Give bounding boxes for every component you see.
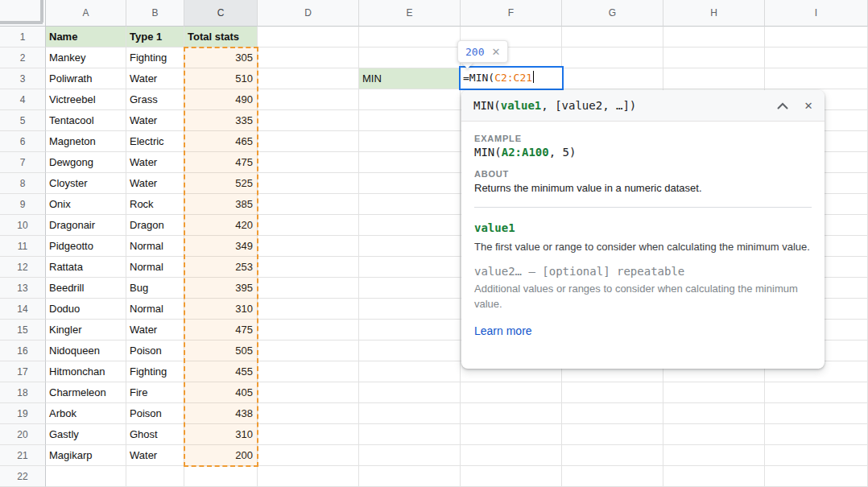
cell-A2[interactable]: Mankey xyxy=(46,47,126,68)
row-header-7[interactable]: 7 xyxy=(0,152,46,173)
cell-F18[interactable] xyxy=(461,382,562,403)
cell-A22[interactable] xyxy=(46,466,126,487)
row-header-4[interactable]: 4 xyxy=(0,89,46,110)
cell-E9[interactable] xyxy=(359,194,461,215)
column-header-B[interactable]: B xyxy=(126,0,184,27)
chevron-up-icon[interactable] xyxy=(777,102,788,109)
cell-B7[interactable]: Water xyxy=(126,152,184,173)
cell-I22[interactable] xyxy=(765,466,868,487)
row-header-12[interactable]: 12 xyxy=(0,257,46,278)
row-header-11[interactable]: 11 xyxy=(0,236,46,257)
cell-C11[interactable]: 349 xyxy=(184,236,258,257)
cell-A12[interactable]: Rattata xyxy=(46,257,126,278)
cell-H22[interactable] xyxy=(663,466,765,487)
cell-A14[interactable]: Doduo xyxy=(46,299,126,320)
cell-B16[interactable]: Poison xyxy=(126,340,184,361)
cell-E20[interactable] xyxy=(359,424,461,445)
cell-E11[interactable] xyxy=(359,236,461,257)
row-header-14[interactable]: 14 xyxy=(0,299,46,320)
column-header-C[interactable]: C xyxy=(184,0,258,27)
cell-E21[interactable] xyxy=(359,445,461,466)
cell-F19[interactable] xyxy=(461,403,562,424)
cell-D9[interactable] xyxy=(258,194,359,215)
cell-G3[interactable] xyxy=(562,68,663,89)
cell-C22[interactable] xyxy=(184,466,258,487)
cell-B6[interactable]: Electric xyxy=(126,131,184,152)
column-header-F[interactable]: F xyxy=(461,0,562,27)
cell-B18[interactable]: Fire xyxy=(126,382,184,403)
column-header-I[interactable]: I xyxy=(765,0,868,27)
column-header-E[interactable]: E xyxy=(359,0,461,27)
cell-E17[interactable] xyxy=(359,361,461,382)
cell-C18[interactable]: 405 xyxy=(184,382,258,403)
cell-C13[interactable]: 395 xyxy=(184,278,258,299)
cell-E19[interactable] xyxy=(359,403,461,424)
cell-A6[interactable]: Magneton xyxy=(46,131,126,152)
row-header-22[interactable]: 22 xyxy=(0,466,46,487)
cell-A10[interactable]: Dragonair xyxy=(46,215,126,236)
cell-D13[interactable] xyxy=(258,278,359,299)
cell-D21[interactable] xyxy=(258,445,359,466)
cell-G21[interactable] xyxy=(562,445,663,466)
cell-C15[interactable]: 475 xyxy=(184,320,258,340)
cell-D4[interactable] xyxy=(258,89,359,110)
cell-D8[interactable] xyxy=(258,173,359,194)
cell-C3[interactable]: 510 xyxy=(184,68,258,89)
cell-E15[interactable] xyxy=(359,320,461,340)
cell-F22[interactable] xyxy=(461,466,562,487)
cell-F21[interactable] xyxy=(461,445,562,466)
cell-E13[interactable] xyxy=(359,278,461,299)
cell-E16[interactable] xyxy=(359,340,461,361)
row-header-5[interactable]: 5 xyxy=(0,110,46,131)
cell-D6[interactable] xyxy=(258,131,359,152)
cell-D19[interactable] xyxy=(258,403,359,424)
cell-C12[interactable]: 253 xyxy=(184,257,258,278)
cell-G20[interactable] xyxy=(562,424,663,445)
cell-C21[interactable]: 200 xyxy=(184,445,258,466)
cell-B12[interactable]: Normal xyxy=(126,257,184,278)
cell-H1[interactable] xyxy=(663,27,765,47)
row-header-1[interactable]: 1 xyxy=(0,27,46,47)
cell-A15[interactable]: Kingler xyxy=(46,320,126,340)
cell-C16[interactable]: 505 xyxy=(184,340,258,361)
cell-E4[interactable] xyxy=(359,89,461,110)
cell-C10[interactable]: 420 xyxy=(184,215,258,236)
cell-A11[interactable]: Pidgeotto xyxy=(46,236,126,257)
cell-B9[interactable]: Rock xyxy=(126,194,184,215)
formula-edit-cell[interactable]: =MIN(C2:C21 xyxy=(459,66,564,90)
cell-D5[interactable] xyxy=(258,110,359,131)
cell-B1[interactable]: Type 1 xyxy=(126,27,184,47)
cell-A19[interactable]: Arbok xyxy=(46,403,126,424)
cell-B13[interactable]: Bug xyxy=(126,278,184,299)
row-header-9[interactable]: 9 xyxy=(0,194,46,215)
cell-B3[interactable]: Water xyxy=(126,68,184,89)
row-header-16[interactable]: 16 xyxy=(0,340,46,361)
cell-G18[interactable] xyxy=(562,382,663,403)
cell-C7[interactable]: 475 xyxy=(184,152,258,173)
cell-B17[interactable]: Fighting xyxy=(126,361,184,382)
cell-G2[interactable] xyxy=(562,47,663,68)
cell-B4[interactable]: Grass xyxy=(126,89,184,110)
cell-D16[interactable] xyxy=(258,340,359,361)
cell-D2[interactable] xyxy=(258,47,359,68)
cell-G19[interactable] xyxy=(562,403,663,424)
cell-C6[interactable]: 465 xyxy=(184,131,258,152)
freeze-handle-horizontal[interactable] xyxy=(0,21,43,24)
cell-B21[interactable]: Water xyxy=(126,445,184,466)
cell-G1[interactable] xyxy=(562,27,663,47)
cell-D17[interactable] xyxy=(258,361,359,382)
cell-A20[interactable]: Gastly xyxy=(46,424,126,445)
cell-D7[interactable] xyxy=(258,152,359,173)
cell-B8[interactable]: Water xyxy=(126,173,184,194)
cell-C20[interactable]: 310 xyxy=(184,424,258,445)
cell-D3[interactable] xyxy=(258,68,359,89)
cell-A9[interactable]: Onix xyxy=(46,194,126,215)
cell-B2[interactable]: Fighting xyxy=(126,47,184,68)
cell-A18[interactable]: Charmeleon xyxy=(46,382,126,403)
cell-H2[interactable] xyxy=(663,47,765,68)
cell-E18[interactable] xyxy=(359,382,461,403)
row-header-17[interactable]: 17 xyxy=(0,361,46,382)
cell-G22[interactable] xyxy=(562,466,663,487)
cell-I1[interactable] xyxy=(765,27,868,47)
cell-H3[interactable] xyxy=(663,68,765,89)
